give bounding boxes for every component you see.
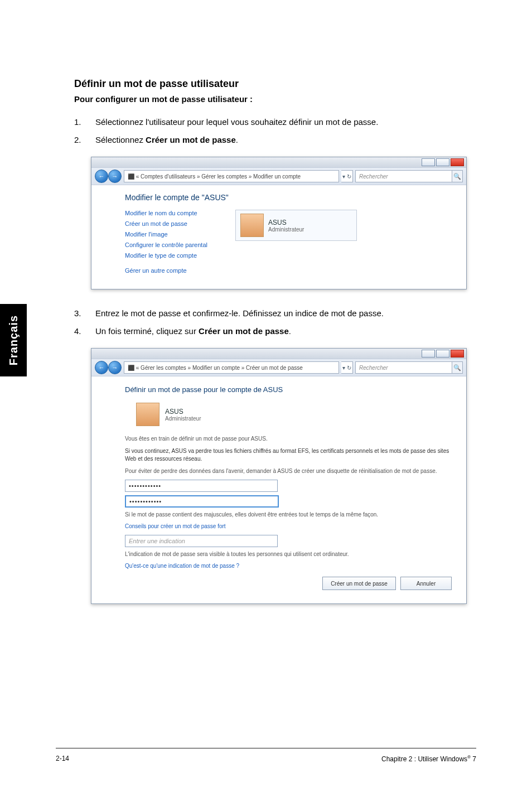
step-1-text: Sélectionnez l'utilisateur pour lequel v… [95,115,465,129]
step-1-number: 1. [74,115,95,129]
step-4-number: 4. [74,324,95,339]
account-name: ASUS [165,408,201,416]
language-tab-label: Français [7,315,20,365]
page-footer: 2-14 Chapitre 2 : Utiliser Windows® 7 [56,755,476,763]
hint-info-2: L'indication de mot de passe sera visibl… [125,550,452,558]
confirm-password-field[interactable]: •••••••••••• [125,495,279,508]
nav-back-button[interactable]: ← [95,361,108,374]
account-card[interactable]: ASUS Administrateur [235,210,357,241]
step-2-bold: Créer un mot de passe [146,135,236,144]
step-2-text: Sélectionnez Créer un mot de passe. [95,133,465,147]
avatar [240,214,264,237]
link-manage-other-account[interactable]: Gérer un autre compte [125,267,207,274]
window-navbar: ← → ⬛ « Gérer les comptes » Modifier un … [91,359,466,376]
footer-divider [56,748,476,748]
page-content: Définir un mot de passe utilisateur Pour… [74,78,465,621]
hint-info-1: Si le mot de passe contient des majuscul… [125,511,452,519]
link-parental-controls[interactable]: Configurer le contrôle parental [125,241,207,248]
chapter-label: Chapitre 2 : Utiliser Windows® 7 [381,755,476,763]
link-create-password[interactable]: Créer un mot de passe [125,220,207,227]
close-button[interactable] [451,158,464,166]
account-name: ASUS [268,219,304,226]
window-titlebar [91,157,466,167]
account-inline: ASUS Administrateur [136,403,452,426]
account-role: Administrateur [165,416,201,422]
cancel-button[interactable]: Annuler [400,577,452,590]
step-3-text: Entrez le mot de passe et confirmez-le. … [95,306,465,321]
window-navbar: ← → ⬛ « Comptes d'utilisateurs » Gérer l… [91,167,466,185]
close-button[interactable] [451,350,464,357]
search-icon: 🔍 [452,170,463,182]
step-4-bold: Créer un mot de passe [199,326,289,336]
refresh-button[interactable]: ▾ ↻ [341,170,353,182]
link-change-picture[interactable]: Modifier l'image [125,231,207,238]
what-is-hint-link[interactable]: Qu'est-ce qu'une indication de mot de pa… [125,563,452,569]
step-4-text: Un fois terminé, cliquez sur Créer un mo… [95,324,465,339]
refresh-button[interactable]: ▾ ↻ [341,361,353,374]
chapter-text-b: 7 [471,755,476,763]
window-titlebar [91,349,466,359]
step-3-number: 3. [74,306,95,321]
search-input[interactable]: Rechercher [355,361,452,374]
search-icon: 🔍 [452,361,463,374]
minimize-button[interactable] [422,158,435,166]
panel-title: Modifier le compte de "ASUS" [125,193,452,202]
info-line-2: Si vous continuez, ASUS va perdre tous l… [125,447,452,463]
maximize-button[interactable] [436,350,449,357]
minimize-button[interactable] [422,350,435,357]
step-2-post: . [236,135,238,144]
password-field[interactable]: •••••••••••• [125,480,278,492]
step-4-post: . [289,326,291,336]
screenshot-create-password-window: ← → ⬛ « Gérer les comptes » Modifier un … [91,348,467,604]
step-2: 2. Sélectionnez Créer un mot de passe. [74,133,465,147]
info-line-3: Pour éviter de perdre des données dans l… [125,467,452,475]
hint-field[interactable]: Entrer une indication [125,535,278,547]
breadcrumb[interactable]: ⬛ « Comptes d'utilisateurs » Gérer les c… [124,170,339,182]
chapter-text-a: Chapitre 2 : Utiliser Windows [381,755,467,763]
section-title: Définir un mot de passe utilisateur [74,78,465,90]
section-subheading: Pour configurer un mot de passe utilisat… [74,94,465,104]
create-password-button[interactable]: Créer un mot de passe [322,577,396,590]
strong-password-link[interactable]: Conseils pour créer un mot de passe fort [125,523,452,529]
info-line-1: Vous êtes en train de définir un mot de … [125,435,452,443]
account-actions-list: Modifier le nom du compte Créer un mot d… [125,210,207,278]
avatar [136,403,159,426]
nav-forward-button[interactable]: → [108,361,122,374]
maximize-button[interactable] [436,158,449,166]
nav-back-button[interactable]: ← [95,170,108,183]
step-2-number: 2. [74,133,95,147]
page-number: 2-14 [56,755,69,763]
link-rename-account[interactable]: Modifier le nom du compte [125,210,207,216]
link-change-account-type[interactable]: Modifier le type de compte [125,252,207,259]
step-2-pre: Sélectionnez [95,135,146,144]
search-input[interactable]: Rechercher [355,170,452,182]
account-role: Administrateur [268,226,304,233]
step-4-pre: Un fois terminé, cliquez sur [95,326,199,336]
step-3: 3. Entrez le mot de passe et confirmez-l… [74,306,465,321]
step-4: 4. Un fois terminé, cliquez sur Créer un… [74,324,465,339]
step-1: 1. Sélectionnez l'utilisateur pour leque… [74,115,465,129]
breadcrumb[interactable]: ⬛ « Gérer les comptes » Modifier un comp… [124,361,339,374]
panel-title: Définir un mot de passe pour le compte d… [125,385,452,394]
screenshot-modify-account-window: ← → ⬛ « Comptes d'utilisateurs » Gérer l… [91,157,467,289]
language-tab: Français [0,304,27,376]
nav-forward-button[interactable]: → [108,170,122,183]
